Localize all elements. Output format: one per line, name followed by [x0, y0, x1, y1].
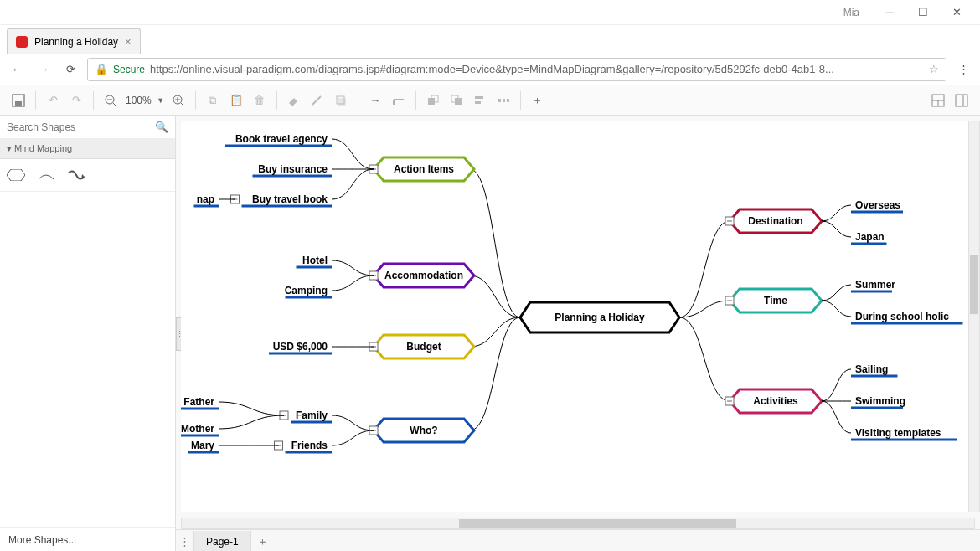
scrollbar-thumb[interactable] [459, 519, 736, 528]
window-close-button[interactable]: ✕ [940, 1, 973, 24]
undo-button[interactable]: ↶ [41, 89, 64, 112]
svg-text:Summer: Summer [855, 279, 895, 291]
window-titlebar: Mia ─ ☐ ✕ [0, 0, 980, 25]
tab-close-icon[interactable]: × [125, 35, 132, 48]
browser-menu-button[interactable]: ⋮ [953, 59, 973, 80]
zoom-dropdown-icon[interactable]: ▼ [155, 89, 167, 112]
forward-button: → [34, 59, 54, 80]
browser-tabstrip: Planning a Holiday × [0, 25, 980, 54]
app-toolbar: ↶ ↷ 100% ▼ ⧉ 📋 🗑 → ＋ [0, 85, 980, 116]
diagram-canvas[interactable]: Planning a HolidayAction ItemsBook trave… [181, 121, 975, 512]
delete-button[interactable]: 🗑 [248, 89, 271, 112]
fill-color-button[interactable] [282, 89, 306, 112]
svg-text:During school holic: During school holic [855, 311, 949, 322]
svg-rect-16 [475, 96, 483, 99]
svg-line-6 [181, 103, 183, 106]
separator [415, 91, 416, 110]
url-input[interactable]: 🔒 Secure https://online.visual-paradigm.… [87, 58, 946, 81]
to-back-button[interactable] [445, 89, 468, 112]
page-tabs: ⋮ Page-1 ＋ [176, 529, 980, 551]
svg-rect-11 [338, 98, 346, 106]
paste-button[interactable]: 📋 [224, 89, 248, 112]
reload-button[interactable]: ⟳ [60, 59, 80, 80]
svg-line-3 [113, 103, 116, 106]
window-minimize-button[interactable]: ─ [873, 1, 906, 24]
save-button[interactable] [7, 89, 30, 112]
secure-label: Secure [113, 64, 145, 75]
svg-rect-1 [15, 101, 22, 106]
zoom-in-button[interactable] [167, 89, 190, 112]
svg-text:Friends: Friends [291, 440, 328, 451]
svg-text:Japan: Japan [855, 231, 885, 243]
mindmap-diagram[interactable]: Planning a HolidayAction ItemsBook trave… [181, 121, 968, 512]
format-panel-button[interactable] [926, 89, 950, 112]
shape-line-icon[interactable] [37, 167, 55, 183]
svg-text:Swimming: Swimming [855, 395, 905, 407]
more-shapes-button[interactable]: More Shapes... [0, 527, 175, 551]
svg-text:Activities: Activities [753, 395, 798, 407]
line-color-button[interactable] [306, 89, 329, 112]
svg-text:Planning a Holiday: Planning a Holiday [554, 312, 645, 323]
shape-node-icon[interactable] [7, 167, 25, 183]
sidebar-spacer [0, 192, 175, 527]
to-front-button[interactable] [421, 89, 445, 112]
svg-text:Mary: Mary [191, 440, 214, 451]
tab-favicon [16, 36, 28, 48]
svg-text:Family: Family [296, 409, 328, 421]
window-user: Mia [843, 7, 859, 18]
separator [276, 91, 277, 110]
search-icon[interactable]: 🔍 [155, 121, 168, 133]
svg-rect-17 [475, 101, 481, 104]
page-tab[interactable]: Page-1 [194, 531, 251, 552]
back-button[interactable]: ← [7, 59, 27, 80]
search-shapes-box[interactable]: 🔍 [0, 116, 175, 139]
bookmark-star-icon[interactable]: ☆ [929, 63, 939, 75]
outline-panel-button[interactable] [950, 89, 973, 112]
svg-text:nap: nap [197, 193, 214, 205]
add-page-button[interactable]: ＋ [251, 534, 275, 549]
search-shapes-input[interactable] [7, 121, 155, 133]
waypoint-style-button[interactable] [387, 89, 410, 112]
svg-text:Book travel agency: Book travel agency [235, 133, 328, 145]
shadow-button[interactable] [329, 89, 353, 112]
zoom-level[interactable]: 100% [122, 95, 155, 106]
tab-title: Planning a Holiday [34, 36, 118, 48]
svg-text:Action Items: Action Items [394, 163, 454, 175]
separator [195, 91, 196, 110]
separator [35, 91, 36, 110]
page-tabs-menu[interactable]: ⋮ [176, 531, 194, 552]
svg-text:Camping: Camping [285, 285, 328, 296]
copy-button[interactable]: ⧉ [201, 89, 224, 112]
svg-rect-9 [312, 106, 322, 106]
palette-header[interactable]: ▾ Mind Mapping [0, 139, 175, 159]
align-button[interactable] [468, 89, 492, 112]
url-text: https://online.visual-paradigm.com/diagr… [150, 63, 924, 75]
scrollbar-thumb[interactable] [970, 255, 978, 314]
svg-text:Hotel: Hotel [302, 255, 328, 266]
add-button[interactable]: ＋ [526, 89, 549, 112]
window-maximize-button[interactable]: ☐ [906, 1, 940, 24]
svg-text:Destination: Destination [748, 215, 802, 227]
distribute-button[interactable] [492, 89, 515, 112]
browser-tab[interactable]: Planning a Holiday × [7, 28, 141, 54]
zoom-out-button[interactable] [99, 89, 122, 112]
shapes-sidebar: 🔍 ▾ Mind Mapping More Shapes... [0, 116, 176, 551]
connection-style-button[interactable]: → [364, 89, 387, 112]
browser-addressbar: ← → ⟳ 🔒 Secure https://online.visual-par… [0, 54, 980, 85]
shape-s-curve-icon[interactable] [67, 167, 85, 183]
svg-text:Mother: Mother [181, 423, 214, 435]
svg-text:Visiting templates: Visiting templates [855, 427, 941, 439]
vertical-scrollbar[interactable] [968, 121, 980, 512]
svg-text:Accommodation: Accommodation [384, 270, 463, 281]
svg-rect-18 [498, 99, 501, 102]
horizontal-scrollbar[interactable] [181, 518, 975, 529]
svg-text:Who?: Who? [410, 425, 437, 436]
canvas-area: ⋮ Planning a HolidayAction ItemsBook tra… [176, 116, 980, 551]
svg-text:USD $6,000: USD $6,000 [273, 341, 328, 353]
svg-rect-19 [503, 99, 505, 102]
svg-text:Buy insurance: Buy insurance [258, 163, 328, 175]
redo-button[interactable]: ↷ [64, 89, 88, 112]
svg-text:Budget: Budget [406, 341, 441, 353]
svg-text:Sailing: Sailing [855, 363, 888, 375]
svg-text:Overseas: Overseas [855, 199, 900, 211]
